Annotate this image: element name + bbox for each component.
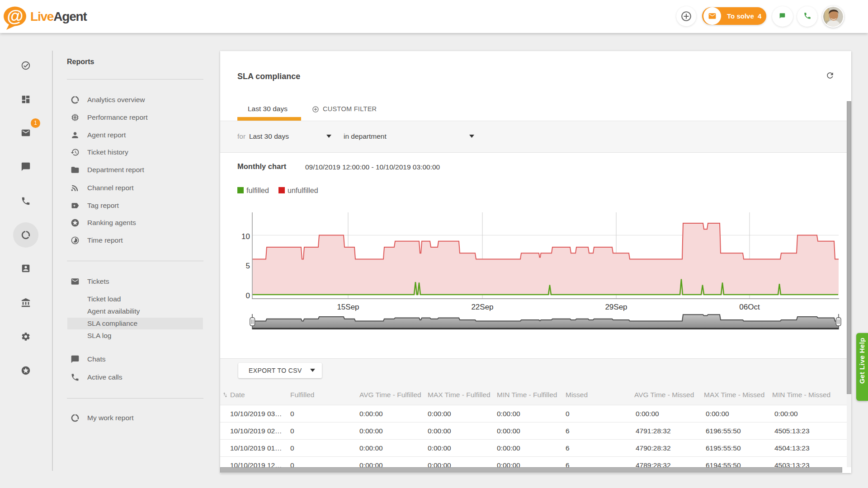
svg-text:@: @ [7, 7, 23, 25]
svg-text:5: 5 [246, 262, 250, 270]
svg-text:15Sep: 15Sep [337, 303, 359, 311]
svg-text:10: 10 [241, 232, 250, 241]
svg-text:29Sep: 29Sep [605, 303, 627, 311]
svg-text:06Oct: 06Oct [739, 303, 760, 311]
svg-text:22Sep: 22Sep [471, 303, 493, 311]
svg-text:0: 0 [246, 291, 250, 300]
